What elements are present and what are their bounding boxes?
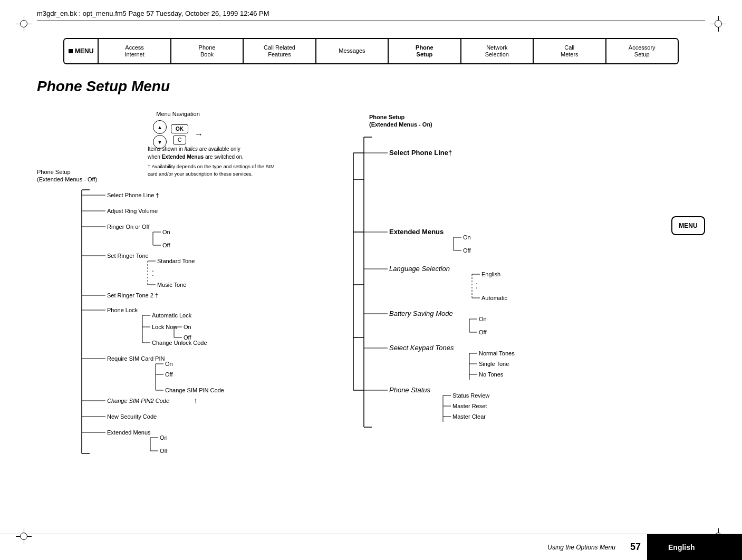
svg-text:On: On (463, 234, 471, 240)
svg-text:On: On (184, 324, 191, 330)
svg-text:Set Ringer Tone: Set Ringer Tone (107, 253, 149, 259)
svg-text:Master Reset: Master Reset (452, 403, 487, 409)
svg-text:Standard Tone: Standard Tone (157, 258, 195, 264)
corner-mark-tr (710, 16, 726, 32)
svg-text:Off: Off (162, 242, 170, 248)
svg-text:Select Phone Line †: Select Phone Line † (107, 192, 159, 198)
svg-text:·: · (152, 271, 154, 279)
svg-text:Lock Now: Lock Now (152, 324, 177, 330)
svg-text:(Extended Menus - Off): (Extended Menus - Off) (37, 176, 97, 182)
svg-text:(Extended Menus - On): (Extended Menus - On) (369, 121, 432, 128)
nav-item-accessory-setup[interactable]: AccessorySetup (606, 39, 678, 63)
footer-language: English (647, 534, 742, 560)
content-area: Menu Navigation ▲ ▼ OK C → Items shown i… (37, 111, 705, 528)
svg-text:Select Phone Line†: Select Phone Line† (389, 149, 452, 157)
svg-text:Off: Off (165, 371, 173, 378)
svg-text:On: On (165, 361, 173, 367)
page-title: Phone Setup Menu (37, 78, 170, 95)
svg-text:Change SIM PIN Code: Change SIM PIN Code (165, 387, 224, 393)
nav-ok-btn[interactable]: OK (171, 124, 188, 133)
svg-text:On: On (479, 316, 487, 322)
menu-label: MENU (64, 39, 99, 63)
nav-item-call-meters[interactable]: CallMeters (534, 39, 605, 63)
svg-text:Normal Tones: Normal Tones (479, 350, 515, 356)
svg-text:Set Ringer Tone 2 †: Set Ringer Tone 2 † (107, 292, 158, 298)
svg-text:†: † (194, 398, 197, 404)
menu-side-button[interactable]: MENU (671, 216, 705, 235)
svg-text:Phone Status: Phone Status (389, 386, 431, 394)
svg-text:Status Review: Status Review (452, 392, 489, 399)
svg-text:On: On (162, 229, 170, 235)
svg-text:Extended Menus: Extended Menus (389, 228, 444, 236)
svg-text:Ringer On or Off: Ringer On or Off (107, 224, 150, 230)
svg-text:Master Clear: Master Clear (452, 413, 486, 420)
svg-text:Phone Setup: Phone Setup (37, 169, 71, 175)
svg-text:Automatic: Automatic (481, 295, 507, 301)
svg-text:Automatic Lock: Automatic Lock (152, 312, 192, 318)
svg-text:Music Tone: Music Tone (157, 282, 186, 288)
nav-item-call-related[interactable]: Call RelatedFeatures (244, 39, 315, 63)
svg-text:English: English (481, 271, 500, 277)
left-diagram-svg: Phone Setup (Extended Menus - Off) Selec… (37, 163, 332, 490)
svg-text:Change Unlock Code: Change Unlock Code (152, 340, 207, 346)
svg-text:Language Selection: Language Selection (389, 265, 450, 273)
svg-text:Phone Lock: Phone Lock (107, 307, 138, 313)
nav-item-network-selection[interactable]: NetworkSelection (461, 39, 533, 63)
svg-text:Require SIM Card PIN: Require SIM Card PIN (107, 355, 165, 362)
nav-instruction-label: Menu Navigation (153, 111, 203, 117)
nav-item-phone-book[interactable]: PhoneBook (171, 39, 243, 63)
file-header: m3gdr_en.bk : opt_menu.fm5 Page 57 Tuesd… (37, 9, 705, 21)
nav-item-access-internet[interactable]: AccessInternet (99, 39, 170, 63)
svg-text:Off: Off (463, 247, 471, 254)
nav-instruction-box: Menu Navigation ▲ ▼ OK C → (153, 111, 203, 149)
right-diagram-svg: Phone Setup (Extended Menus - On) Select… (338, 111, 696, 480)
svg-text:On: On (160, 435, 168, 441)
svg-text:New Security Code: New Security Code (107, 413, 157, 420)
footer-page-number: 57 (624, 542, 647, 553)
nav-item-messages[interactable]: Messages (316, 39, 388, 63)
svg-text:Off: Off (479, 329, 487, 335)
svg-text:Single Tone: Single Tone (479, 361, 509, 367)
svg-text:Adjust Ring Volume: Adjust Ring Volume (107, 208, 158, 214)
menu-nav-bar: MENU AccessInternet PhoneBook Call Relat… (63, 38, 679, 64)
svg-text:Select Keypad Tones: Select Keypad Tones (389, 344, 454, 352)
footer: Using the Options Menu 57 English (0, 534, 742, 560)
svg-text:No Tones: No Tones (479, 371, 504, 378)
footer-text: Using the Options Menu (0, 544, 624, 551)
svg-text:Extended Menus: Extended Menus (107, 429, 151, 436)
svg-text:Change SIM PIN2 Code: Change SIM PIN2 Code (107, 398, 169, 404)
svg-text:Off: Off (160, 448, 168, 454)
corner-mark-tl (16, 16, 32, 32)
svg-text:Phone Setup: Phone Setup (369, 114, 405, 120)
nav-c-btn[interactable]: C (173, 136, 186, 144)
nav-item-phone-setup[interactable]: PhoneSetup (389, 39, 460, 63)
svg-text:Battery Saving Mode: Battery Saving Mode (389, 310, 453, 317)
svg-text:·: · (476, 283, 478, 292)
nav-up-btn[interactable]: ▲ (153, 120, 167, 134)
